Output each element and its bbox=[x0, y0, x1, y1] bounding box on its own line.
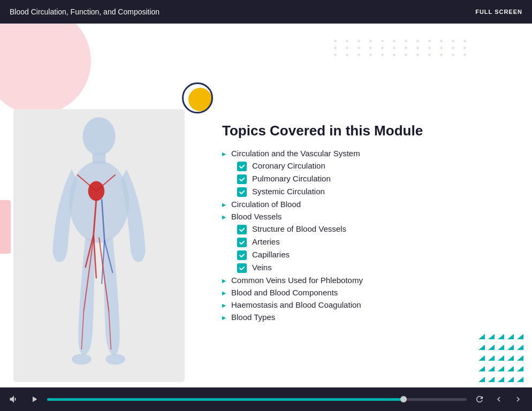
player-right-buttons bbox=[472, 392, 526, 407]
player-bar bbox=[0, 387, 532, 411]
fullscreen-button[interactable]: FULL SCREEN bbox=[475, 9, 522, 15]
human-body-svg bbox=[35, 115, 163, 377]
list-item[interactable]: ▸ Blood and Blood Components bbox=[222, 288, 519, 297]
list-item[interactable]: Veins bbox=[237, 263, 519, 273]
topic-label: Circulation and the Vascular System bbox=[231, 149, 360, 158]
topic-label: Blood and Blood Components bbox=[231, 288, 338, 297]
svg-marker-34 bbox=[488, 366, 495, 371]
chevron-icon: ▸ bbox=[222, 301, 226, 309]
svg-point-2 bbox=[69, 161, 129, 243]
svg-marker-22 bbox=[517, 334, 523, 339]
topic-label: Coronary Circulation bbox=[252, 161, 325, 170]
svg-marker-25 bbox=[498, 345, 504, 350]
list-item[interactable]: ▸ Haemostasis and Blood Coagulation bbox=[222, 300, 519, 309]
svg-marker-18 bbox=[478, 334, 485, 339]
check-icon bbox=[237, 225, 247, 234]
svg-marker-19 bbox=[488, 334, 495, 339]
svg-point-5 bbox=[88, 181, 105, 201]
topics-heading: Topics Covered in this Module bbox=[222, 123, 519, 139]
svg-marker-40 bbox=[498, 377, 504, 382]
check-icon bbox=[237, 263, 247, 273]
top-bar: Blood Circulation, Function, and Composi… bbox=[0, 0, 532, 24]
topic-label: Arteries bbox=[252, 237, 280, 246]
chevron-icon: ▸ bbox=[222, 201, 226, 209]
topic-label: Haemostasis and Blood Coagulation bbox=[231, 300, 361, 309]
topic-label: Pulmonary Circulation bbox=[252, 174, 331, 183]
svg-marker-39 bbox=[488, 377, 495, 382]
progress-knob[interactable] bbox=[400, 396, 407, 402]
body-image-container bbox=[13, 109, 185, 382]
svg-marker-28 bbox=[478, 355, 485, 361]
topic-label: Common Veins Used for Phlebotomy bbox=[231, 276, 363, 285]
main-content: Topics Covered in this Module ▸ Circulat… bbox=[0, 24, 532, 387]
svg-marker-38 bbox=[478, 377, 485, 382]
list-item[interactable]: Pulmonary Circulation bbox=[237, 174, 519, 184]
topic-label: Capillaries bbox=[252, 250, 290, 259]
check-icon bbox=[237, 250, 247, 260]
svg-marker-30 bbox=[498, 355, 504, 361]
list-item[interactable]: Structure of Blood Vessels bbox=[237, 224, 519, 234]
svg-marker-33 bbox=[478, 366, 485, 371]
topic-label: Veins bbox=[252, 263, 272, 272]
svg-marker-23 bbox=[478, 345, 485, 350]
progress-bar-fill bbox=[47, 398, 404, 401]
list-item[interactable]: Coronary Circulation bbox=[237, 161, 519, 171]
topic-label: Blood Vessels bbox=[231, 212, 282, 221]
svg-marker-21 bbox=[507, 334, 514, 339]
deco-pink-circle bbox=[0, 24, 91, 115]
chevron-icon: ▸ bbox=[222, 277, 226, 285]
svg-point-0 bbox=[82, 117, 115, 155]
deco-pink-rect bbox=[0, 200, 11, 254]
topic-label: Systemic Circulation bbox=[252, 187, 325, 196]
topic-label: Structure of Blood Vessels bbox=[252, 224, 346, 233]
list-item[interactable]: ▸ Circulation of Blood bbox=[222, 200, 519, 209]
svg-marker-27 bbox=[517, 345, 523, 350]
list-item[interactable]: ▸ Blood Vessels bbox=[222, 212, 519, 221]
svg-point-3 bbox=[72, 354, 92, 364]
svg-marker-35 bbox=[498, 366, 504, 371]
chevron-icon: ▸ bbox=[222, 213, 226, 221]
refresh-button[interactable] bbox=[472, 392, 487, 407]
chevron-icon: ▸ bbox=[222, 289, 226, 297]
chevron-icon: ▸ bbox=[222, 150, 226, 158]
topic-label: Circulation of Blood bbox=[231, 200, 301, 209]
svg-marker-29 bbox=[488, 355, 495, 361]
check-icon bbox=[237, 174, 247, 184]
topics-section: Topics Covered in this Module ▸ Circulat… bbox=[222, 123, 519, 325]
list-item[interactable]: ▸ Blood Types bbox=[222, 313, 519, 322]
svg-marker-31 bbox=[507, 355, 514, 361]
svg-marker-42 bbox=[517, 377, 523, 382]
list-item[interactable]: Systemic Circulation bbox=[237, 187, 519, 197]
prev-button[interactable] bbox=[491, 392, 506, 407]
svg-point-4 bbox=[105, 354, 125, 364]
svg-marker-32 bbox=[517, 355, 523, 361]
check-icon bbox=[237, 162, 247, 171]
svg-marker-26 bbox=[507, 345, 514, 350]
svg-marker-37 bbox=[517, 366, 523, 371]
chevron-icon: ▸ bbox=[222, 314, 226, 322]
volume-button[interactable] bbox=[6, 392, 21, 407]
list-item[interactable]: Arteries bbox=[237, 237, 519, 247]
progress-bar[interactable] bbox=[47, 398, 467, 401]
check-icon bbox=[237, 187, 247, 197]
next-button[interactable] bbox=[511, 392, 526, 407]
svg-marker-36 bbox=[507, 366, 514, 371]
check-icon bbox=[237, 238, 247, 247]
deco-navy-circle bbox=[182, 82, 213, 113]
teal-triangle-decoration bbox=[473, 329, 532, 387]
dot-pattern-decoration bbox=[334, 40, 527, 104]
topic-list: ▸ Circulation and the Vascular System Co… bbox=[222, 149, 519, 322]
list-item[interactable]: Capillaries bbox=[237, 250, 519, 260]
list-item[interactable]: ▸ Circulation and the Vascular System bbox=[222, 149, 519, 158]
svg-marker-20 bbox=[498, 334, 504, 339]
list-item[interactable]: ▸ Common Veins Used for Phlebotomy bbox=[222, 276, 519, 285]
topic-label: Blood Types bbox=[231, 313, 275, 322]
play-button[interactable] bbox=[27, 392, 42, 407]
svg-marker-24 bbox=[488, 345, 495, 350]
module-title: Blood Circulation, Function, and Composi… bbox=[10, 7, 159, 16]
svg-marker-41 bbox=[507, 377, 514, 382]
